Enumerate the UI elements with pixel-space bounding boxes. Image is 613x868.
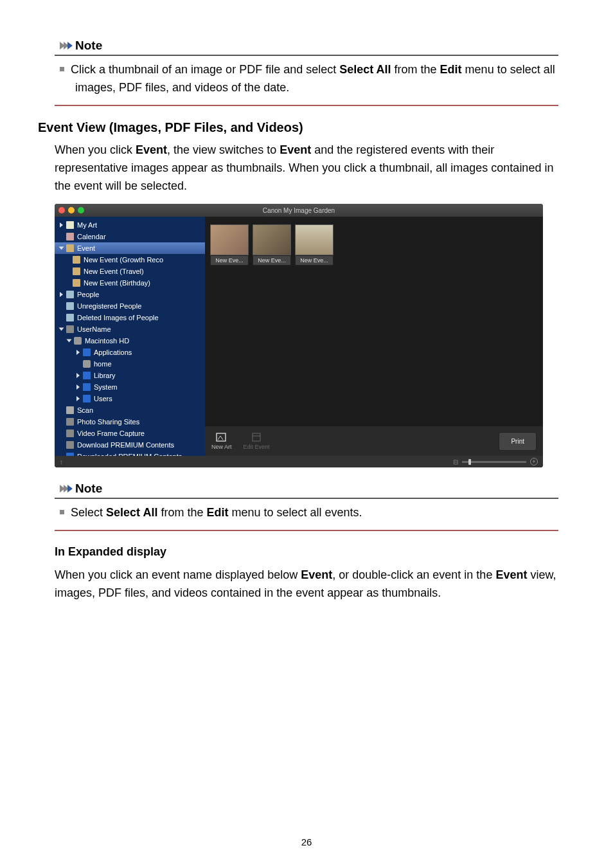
thumbnail-grid: New Eve... New Eve... New Eve... [205, 217, 543, 426]
zoom-in-icon[interactable]: + [530, 458, 538, 466]
thumbnail-label: New Eve... [253, 255, 291, 266]
thumbnail-item[interactable]: New Eve... [253, 224, 291, 266]
sidebar-item-system[interactable]: System [55, 381, 205, 393]
sidebar-item-username[interactable]: UserName [55, 323, 205, 335]
note-block-2: Note Select Select All from the Edit men… [55, 482, 558, 531]
zoom-out-icon[interactable]: ⊟ [453, 458, 458, 466]
note-header: Note [55, 39, 558, 56]
app-screenshot: Canon My Image Garden My Art Calendar Ev… [55, 204, 543, 467]
sidebar-item-myart[interactable]: My Art [55, 219, 205, 231]
sidebar-item-event-travel[interactable]: New Event (Travel) [55, 266, 205, 277]
svg-rect-1 [253, 433, 260, 441]
sidebar: My Art Calendar Event New Event (Growth … [55, 217, 205, 456]
new-art-button[interactable]: New Art [211, 432, 232, 450]
sidebar-item-dldpremium[interactable]: Downloaded PREMIUM Contents [55, 451, 205, 456]
note-title: Note [75, 482, 102, 496]
page-number: 26 [0, 836, 613, 847]
note-block-1: Note Click a thumbnail of an image or PD… [55, 39, 558, 106]
note-body: Click a thumbnail of an image or PDF fil… [55, 61, 558, 106]
note-title: Note [75, 39, 102, 53]
section-paragraph: When you click Event, the view switches … [55, 141, 558, 195]
new-art-icon [215, 432, 228, 442]
zoom-slider[interactable] [462, 461, 526, 463]
sidebar-item-calendar[interactable]: Calendar [55, 231, 205, 242]
chevron-note-icon [60, 42, 71, 50]
thumbnail-image [210, 224, 249, 255]
edit-event-icon [250, 432, 263, 442]
sidebar-item-event-growth[interactable]: New Event (Growth Reco [55, 254, 205, 266]
status-bar: ↕ ⊟ + [55, 456, 543, 467]
thumbnail-label: New Eve... [210, 255, 249, 266]
section-heading: Event View (Images, PDF Files, and Video… [38, 120, 558, 135]
sidebar-item-deleted[interactable]: Deleted Images of People [55, 312, 205, 323]
thumbnail-image [295, 224, 333, 255]
sidebar-item-applications[interactable]: Applications [55, 347, 205, 358]
subsection-heading: In Expanded display [55, 545, 558, 559]
print-button[interactable]: Print [499, 432, 537, 451]
sidebar-item-dlpremium[interactable]: Download PREMIUM Contents [55, 439, 205, 451]
sort-icon[interactable]: ↕ [60, 458, 63, 466]
sidebar-item-event-birthday[interactable]: New Event (Birthday) [55, 277, 205, 289]
sidebar-item-home[interactable]: home [55, 358, 205, 370]
sidebar-item-machd[interactable]: Macintosh HD [55, 335, 205, 347]
sidebar-item-unregistered[interactable]: Unregistered People [55, 300, 205, 312]
sidebar-item-video[interactable]: Video Frame Capture [55, 428, 205, 439]
note-header: Note [55, 482, 558, 499]
window-titlebar: Canon My Image Garden [55, 204, 543, 217]
thumbnail-image [253, 224, 291, 255]
sidebar-item-event[interactable]: Event [55, 242, 205, 254]
note-body: Select Select All from the Edit menu to … [55, 504, 558, 531]
sidebar-item-people[interactable]: People [55, 289, 205, 300]
bottom-toolbar: New Art Edit Event Print [205, 426, 543, 456]
thumbnail-item[interactable]: New Eve... [210, 224, 249, 266]
thumbnail-item[interactable]: New Eve... [295, 224, 333, 266]
thumbnail-label: New Eve... [295, 255, 333, 266]
sidebar-item-photosites[interactable]: Photo Sharing Sites [55, 416, 205, 428]
subsection-paragraph: When you click an event name displayed b… [55, 566, 558, 602]
bullet-icon [60, 510, 64, 514]
sidebar-item-library[interactable]: Library [55, 370, 205, 381]
sidebar-item-users[interactable]: Users [55, 393, 205, 404]
edit-event-button: Edit Event [244, 432, 270, 450]
window-title: Canon My Image Garden [55, 207, 543, 214]
bullet-icon [60, 67, 64, 71]
sidebar-item-scan[interactable]: Scan [55, 404, 205, 416]
content-area: New Eve... New Eve... New Eve... New Art… [205, 217, 543, 456]
chevron-note-icon [60, 485, 71, 493]
